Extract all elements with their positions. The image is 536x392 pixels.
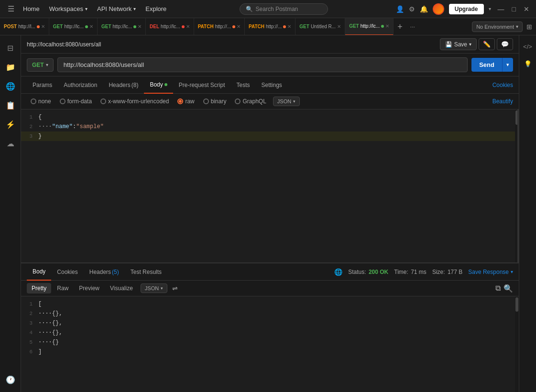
response-section: Body Cookies Headers (5) Test Results 🌐 … <box>21 262 519 392</box>
tab-post[interactable]: POST http://l... ✕ <box>0 18 49 35</box>
invite-icon[interactable]: 👤 <box>396 5 404 13</box>
res-content-5: ····{} <box>38 338 59 347</box>
send-button[interactable]: Send <box>471 58 502 72</box>
comment-icon-button[interactable]: 💬 <box>497 38 513 50</box>
body-option-none[interactable]: none <box>27 97 55 106</box>
search-icon: 🔍 <box>246 6 253 12</box>
search-response-icon[interactable]: 🔍 <box>503 284 513 293</box>
sidebar-history-icon[interactable]: 📋 <box>2 97 19 114</box>
more-tabs-button[interactable]: ··· <box>406 22 419 32</box>
sidebar-flows-icon[interactable]: ⚡ <box>2 116 19 133</box>
sidebar-collections-icon[interactable]: 📁 <box>2 58 19 76</box>
search-placeholder: Search Postman <box>256 6 298 12</box>
tab-dot-1 <box>37 25 40 28</box>
upgrade-button[interactable]: Upgrade <box>449 4 484 14</box>
breadcrumb-url: http://localhost:8080/users/all <box>27 41 436 48</box>
new-tab-button[interactable]: + <box>394 21 406 33</box>
response-scrollbar-thumb[interactable] <box>515 297 518 312</box>
body-option-formdata[interactable]: form-data <box>56 97 96 106</box>
hamburger-icon[interactable]: ☰ <box>4 2 18 15</box>
tab-close-8[interactable]: ✕ <box>385 23 389 29</box>
tab-get-untitled[interactable]: GET Untitled R... ✕ <box>295 18 345 35</box>
tab-del[interactable]: DEL http://lc... ✕ <box>146 18 194 35</box>
json-format-selector[interactable]: JSON ▾ <box>273 97 300 106</box>
format-tab-preview[interactable]: Preview <box>74 283 104 294</box>
tab-close-1[interactable]: ✕ <box>41 24 45 29</box>
res-tab-body[interactable]: Body <box>27 263 51 281</box>
tab-close-2[interactable]: ✕ <box>89 24 93 29</box>
tab-pre-request[interactable]: Pre-request Script <box>173 76 231 94</box>
res-tab-test-results[interactable]: Test Results <box>125 263 167 281</box>
edit-icon-button[interactable]: ✏️ <box>479 38 495 50</box>
line-content-2: ····"name":"sample" <box>38 122 104 131</box>
time-value: 71 ms <box>411 269 427 275</box>
res-line-3: 3 ····{}, <box>21 318 519 328</box>
res-tab-headers[interactable]: Headers (5) <box>84 263 125 281</box>
save-icon: 💾 <box>445 41 452 48</box>
body-option-graphql[interactable]: GraphQL <box>231 97 270 106</box>
request-body-editor: 1 { 2 ····"name":"sample" 3 } <box>21 109 519 262</box>
settings-icon[interactable]: ⚙ <box>409 5 415 13</box>
tab-get-3[interactable]: GET http://lc... ✕ <box>98 18 146 35</box>
copy-icon[interactable]: ⧉ <box>495 284 501 293</box>
environment-selector[interactable]: No Environment ▾ <box>472 22 523 32</box>
res-line-5: 5 ····{} <box>21 338 519 347</box>
wrap-lines-icon[interactable]: ⇌ <box>170 283 180 294</box>
upgrade-chevron-icon[interactable]: ▾ <box>489 6 491 11</box>
tab-authorization[interactable]: Authorization <box>58 76 103 94</box>
tab-params[interactable]: Params <box>27 76 58 94</box>
res-tab-cookies[interactable]: Cookies <box>51 263 83 281</box>
sidebar-history-bottom-icon[interactable]: 🕐 <box>2 371 19 388</box>
maximize-button[interactable]: □ <box>509 4 519 14</box>
format-tab-raw[interactable]: Raw <box>52 283 73 294</box>
save-button[interactable]: 💾 Save ▾ <box>440 38 477 50</box>
tab-headers[interactable]: Headers (8) <box>103 76 144 94</box>
tab-get-2[interactable]: GET http://lc... ✕ <box>49 18 98 35</box>
save-response-button[interactable]: Save Response ▾ <box>468 269 513 275</box>
tab-dot-2 <box>85 25 88 28</box>
method-selector[interactable]: GET ▾ <box>27 58 54 72</box>
tab-close-6[interactable]: ✕ <box>287 24 291 29</box>
body-option-binary[interactable]: binary <box>199 97 230 106</box>
layout-icon[interactable]: ⊞ <box>523 21 536 33</box>
format-tab-visualize[interactable]: Visualize <box>105 283 138 294</box>
res-content-2: ····{}, <box>38 309 62 318</box>
search-bar[interactable]: 🔍 Search Postman <box>240 3 328 15</box>
res-line-2: 2 ····{}, <box>21 309 519 318</box>
tab-patch-2[interactable]: PATCH http://... ✕ <box>245 18 295 35</box>
tab-close-5[interactable]: ✕ <box>237 24 241 29</box>
editor-line-2: 2 ····"name":"sample" <box>21 122 519 131</box>
tab-tests[interactable]: Tests <box>230 76 255 94</box>
nav-home[interactable]: Home <box>18 3 44 14</box>
res-line-1: 1 [ <box>21 299 519 309</box>
tab-settings[interactable]: Settings <box>256 76 288 94</box>
sidebar-environments-icon[interactable]: 🌐 <box>2 77 19 95</box>
body-option-urlencoded[interactable]: x-www-form-urlencoded <box>97 97 173 106</box>
send-dropdown-button[interactable]: ▾ <box>502 58 513 72</box>
tab-close-7[interactable]: ✕ <box>337 24 341 29</box>
sidebar-new-icon[interactable]: ⊟ <box>2 39 19 56</box>
right-code-icon[interactable]: </> <box>521 39 535 54</box>
sidebar-mock-icon[interactable]: ☁ <box>2 135 19 152</box>
response-json-selector[interactable]: JSON ▾ <box>141 283 167 293</box>
minimize-button[interactable]: — <box>495 4 507 14</box>
nav-workspaces[interactable]: Workspaces ▾ <box>44 3 92 14</box>
tab-patch-1[interactable]: PATCH http://... ✕ <box>194 18 245 35</box>
tab-body[interactable]: Body <box>144 76 173 94</box>
radio-formdata <box>60 98 66 104</box>
res-line-num-6: 6 <box>21 347 38 357</box>
tab-close-3[interactable]: ✕ <box>138 24 142 29</box>
nav-api-network[interactable]: API Network ▾ <box>92 3 141 14</box>
close-button[interactable]: ✕ <box>521 4 532 14</box>
line-num-2: 2 <box>21 122 38 131</box>
format-tab-pretty[interactable]: Pretty <box>27 283 51 294</box>
tab-close-4[interactable]: ✕ <box>186 24 190 29</box>
nav-explore[interactable]: Explore <box>141 3 171 14</box>
cookies-link[interactable]: Cookies <box>492 82 513 88</box>
body-option-raw[interactable]: raw <box>174 97 198 106</box>
url-input[interactable] <box>57 57 468 72</box>
notifications-icon[interactable]: 🔔 <box>420 5 428 13</box>
beautify-button[interactable]: Beautify <box>492 98 513 105</box>
right-bulb-icon[interactable]: 💡 <box>521 56 535 71</box>
tab-get-active[interactable]: GET http://lc... ✕ <box>345 18 394 35</box>
